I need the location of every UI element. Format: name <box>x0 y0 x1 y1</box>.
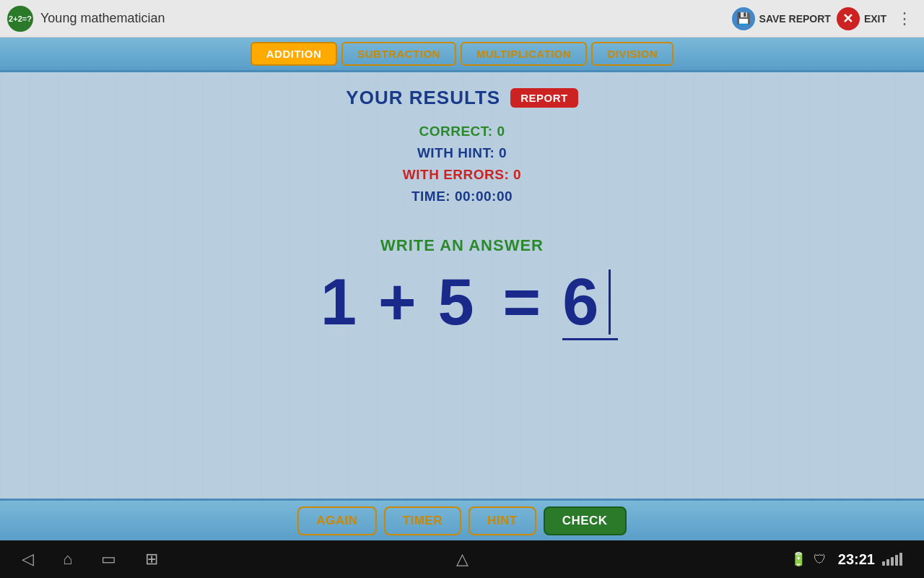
results-header: YOUR RESULTS REPORT <box>346 87 578 109</box>
app-title: Young mathematician <box>40 11 165 26</box>
again-button[interactable]: AGAIN <box>297 506 376 535</box>
home-icon[interactable]: ⌂ <box>63 550 72 569</box>
report-button[interactable]: REPORT <box>510 88 578 108</box>
bar1 <box>882 561 885 566</box>
results-title: YOUR RESULTS <box>346 87 500 109</box>
time-row: TIME: 00:00:00 <box>411 189 513 204</box>
correct-label: CORRECT: 0 <box>419 124 505 139</box>
answer-cursor <box>609 269 611 335</box>
bar4 <box>895 555 898 566</box>
back-icon[interactable]: ◁ <box>22 550 34 569</box>
correct-row: CORRECT: 0 <box>419 124 505 139</box>
tab-multiplication[interactable]: MULTIPLICATION <box>461 42 587 66</box>
hint-button[interactable]: HINT <box>468 506 536 535</box>
bar5 <box>899 553 902 566</box>
tab-addition[interactable]: ADDITION <box>250 42 338 66</box>
tab-division[interactable]: DIVISION <box>591 42 674 66</box>
answer-value: 6 <box>562 269 606 335</box>
answer-input-box[interactable]: 6 <box>555 269 618 335</box>
top-bar-left: 2+2=? Young mathematician <box>7 6 165 32</box>
menu-dots-icon[interactable]: ⋮ <box>892 9 917 28</box>
main-content: YOUR RESULTS REPORT CORRECT: 0 WITH HINT… <box>0 72 924 499</box>
check-button[interactable]: CHECK <box>544 506 627 535</box>
operand1: 1 <box>306 269 371 335</box>
android-nav-center: △ <box>456 550 468 569</box>
save-report-button[interactable]: 💾 SAVE REPORT <box>732 7 831 30</box>
signal-bars <box>882 553 902 566</box>
exit-icon: ✕ <box>837 7 860 30</box>
equals-sign: = <box>489 269 556 335</box>
top-bar-right: 💾 SAVE REPORT ✕ EXIT ⋮ <box>732 7 917 30</box>
android-nav-left: ◁ ⌂ ▭ ⊞ <box>22 550 158 569</box>
equation-area: 1 + 5 = 6 <box>306 269 618 335</box>
bottom-bar: AGAIN TIMER HINT CHECK <box>0 499 924 540</box>
timer-button[interactable]: TIMER <box>384 506 461 535</box>
shield-icon: 🛡 <box>814 552 827 567</box>
hint-label: WITH HINT: 0 <box>417 145 507 160</box>
exit-button[interactable]: ✕ EXIT <box>837 7 886 30</box>
errors-row: WITH ERRORS: 0 <box>403 167 521 183</box>
app-icon: 2+2=? <box>7 6 33 32</box>
qr-icon[interactable]: ⊞ <box>145 550 158 569</box>
operand2: 5 <box>424 269 489 335</box>
answer-underline <box>562 338 618 340</box>
hint-row: WITH HINT: 0 <box>417 145 507 161</box>
top-bar: 2+2=? Young mathematician 💾 SAVE REPORT … <box>0 0 924 38</box>
save-icon: 💾 <box>732 7 755 30</box>
battery-icon: 🔋 <box>790 551 806 567</box>
nav-center-icon[interactable]: △ <box>456 550 468 568</box>
tab-subtraction[interactable]: SUBTRACTION <box>341 42 456 66</box>
clock-display: 23:21 <box>838 551 875 568</box>
android-nav-right: 🔋 🛡 23:21 <box>790 551 902 568</box>
bar3 <box>891 557 894 566</box>
errors-label: WITH ERRORS: 0 <box>403 167 521 182</box>
bar2 <box>886 559 889 566</box>
nav-tabs: ADDITION SUBTRACTION MULTIPLICATION DIVI… <box>0 38 924 72</box>
recents-icon[interactable]: ▭ <box>101 550 116 569</box>
android-nav: ◁ ⌂ ▭ ⊞ △ 🔋 🛡 23:21 <box>0 540 924 578</box>
write-answer-label: WRITE AN ANSWER <box>380 236 544 255</box>
time-label: TIME: 00:00:00 <box>411 189 513 204</box>
operator: + <box>371 269 424 335</box>
